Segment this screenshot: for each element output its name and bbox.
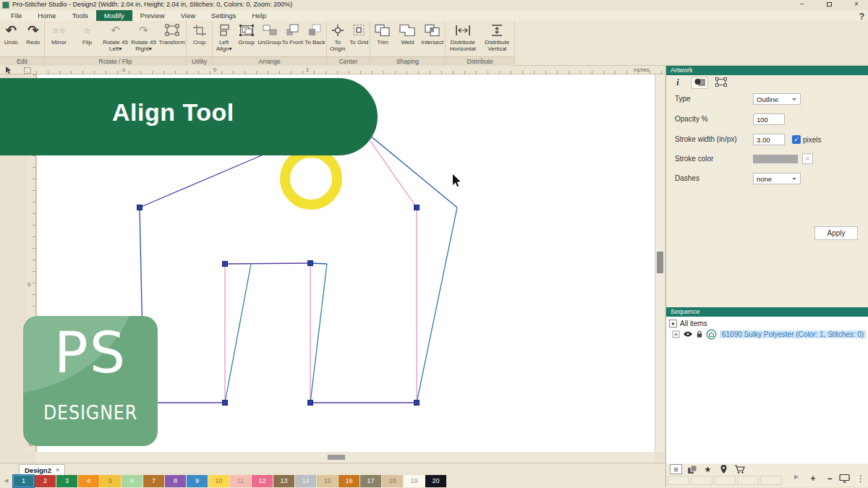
select-tool-icon[interactable] — [20, 66, 35, 74]
menu-item[interactable]: Preview — [132, 10, 173, 21]
palette-swatch[interactable]: 17 — [360, 475, 381, 487]
undo-button[interactable]: ↶Undo — [0, 21, 22, 56]
menu-item[interactable]: Settings — [203, 10, 244, 21]
sequence-item[interactable]: 61090 Sulky Polyester (Color: 1, Stitche… — [672, 329, 866, 339]
toolbar-group: ☆☆Mirror☆Flip↶Rotate 45 Left▾↷Rotate 45 … — [45, 21, 187, 66]
color-palette: 1234567891011121314151617181920 — [13, 475, 446, 487]
info-tab[interactable]: i — [669, 77, 686, 89]
left-align-button[interactable]: Left Align▾ — [213, 21, 235, 56]
menu-item[interactable]: Tools — [64, 10, 96, 21]
favorite-icon[interactable]: ★ — [702, 464, 714, 474]
location-icon[interactable] — [718, 464, 730, 474]
transform-tab[interactable] — [712, 77, 730, 89]
distribute-vertical-button[interactable]: Distribute Vertical — [480, 21, 515, 56]
opacity-input[interactable]: 100 — [753, 114, 785, 125]
scrollbar-thumb[interactable] — [657, 252, 663, 273]
redo-button[interactable]: ↷Redo — [22, 21, 45, 56]
zoom-out-icon[interactable]: − — [824, 474, 835, 484]
to-origin-button[interactable]: To Origin — [327, 21, 349, 56]
palette-swatch[interactable]: 4 — [78, 475, 99, 487]
palette-swatch[interactable]: 10 — [208, 475, 229, 487]
to-back-button[interactable]: To Back — [304, 21, 326, 56]
flip-button[interactable]: ☆Flip — [73, 21, 101, 56]
weld-button[interactable]: Weld — [395, 21, 420, 56]
more-icon[interactable]: ⋮ — [855, 474, 867, 484]
layers-icon[interactable] — [686, 464, 698, 474]
palette-swatch[interactable]: 1 — [13, 475, 34, 487]
palette-swatch[interactable]: 19 — [404, 475, 425, 487]
transform-button[interactable]: Transform — [158, 21, 186, 56]
palette-swatch[interactable]: 2 — [35, 475, 56, 487]
list-view-icon[interactable]: ≡ — [670, 464, 682, 474]
stroke-color-swatch[interactable] — [753, 155, 798, 163]
info-icon: i — [676, 77, 678, 88]
restore-button[interactable] — [822, 0, 835, 9]
tab-close-icon[interactable]: × — [56, 466, 59, 474]
palette-swatch[interactable]: 12 — [252, 475, 273, 487]
visible-icon[interactable] — [683, 330, 693, 338]
menu-item[interactable]: Help — [244, 10, 274, 21]
crop-button[interactable]: Crop — [187, 21, 212, 56]
scrollbar-thumb[interactable] — [328, 455, 345, 460]
all-items-icon: ★ — [669, 320, 677, 328]
menu-item[interactable]: Modify — [96, 10, 132, 21]
trim-button[interactable]: Trim — [370, 21, 395, 56]
rotate-45-right-button[interactable]: ↷Rotate 45 Right▾ — [129, 21, 158, 56]
shape-tab[interactable] — [691, 77, 708, 89]
cart-icon[interactable] — [733, 464, 746, 474]
palette-swatch[interactable]: 15 — [317, 475, 338, 487]
next-icon[interactable]: ▶ — [791, 474, 802, 480]
palette-swatch[interactable]: 3 — [56, 475, 77, 487]
apply-button[interactable]: Apply — [814, 226, 858, 240]
to-grid-button[interactable]: To Grid — [349, 21, 370, 56]
design-tab[interactable]: Design2 × — [19, 464, 65, 475]
group-button[interactable]: Group — [235, 21, 258, 56]
all-items-row[interactable]: ★ All items — [669, 319, 707, 328]
horizontal-scrollbar[interactable] — [36, 452, 655, 463]
menu-item[interactable]: Home — [30, 10, 64, 21]
dist-h-icon — [454, 22, 472, 39]
stroke-width-input[interactable]: 3.00 — [753, 134, 785, 145]
monitor-icon[interactable] — [838, 474, 850, 485]
minimize-button[interactable]: − — [796, 0, 809, 9]
restore-icon — [827, 2, 832, 7]
menu-item[interactable]: View — [173, 10, 203, 21]
palette-swatch[interactable]: 13 — [273, 475, 294, 487]
palette-swatch[interactable]: 6 — [122, 475, 142, 487]
expand-icon[interactable] — [672, 330, 680, 338]
ruler-tick-label: -1 — [120, 67, 125, 73]
lock-icon[interactable] — [696, 330, 703, 338]
palette-swatch[interactable]: 16 — [339, 475, 359, 487]
toolbar-group-label: Rotate / Flip — [45, 56, 186, 66]
distribute-horizontal-button[interactable]: Distribute Horizontal — [446, 21, 480, 56]
ruler-tick-label: 0 — [27, 281, 30, 288]
close-button[interactable]: × — [850, 0, 863, 9]
pixels-checkbox[interactable]: ✓ — [792, 135, 801, 144]
ungroup-button[interactable]: UnGroup — [258, 21, 281, 56]
dashes-dropdown[interactable]: none — [753, 173, 801, 184]
palette-swatch[interactable]: 8 — [165, 475, 186, 487]
palette-swatch[interactable]: 5 — [100, 475, 121, 487]
palette-swatch[interactable]: 18 — [382, 475, 403, 487]
type-dropdown[interactable]: Outline — [753, 93, 801, 105]
vertical-scrollbar[interactable] — [655, 74, 664, 452]
palette-swatch[interactable]: 11 — [230, 475, 251, 487]
palette-swatch[interactable]: 20 — [425, 475, 446, 487]
menu-item[interactable]: File — [3, 10, 30, 21]
zoom-in-icon[interactable]: + — [807, 474, 819, 484]
stroke-color-button[interactable]: = — [802, 153, 813, 164]
pointer-tool-icon[interactable] — [1, 66, 16, 74]
mirror-button[interactable]: ☆☆Mirror — [45, 21, 73, 56]
intersect-button[interactable]: Intersect — [420, 21, 445, 56]
origin-icon — [329, 22, 346, 39]
palette-swatch[interactable]: 14 — [295, 475, 316, 487]
help-icon[interactable]: ? — [859, 12, 864, 22]
palette-swatch[interactable]: 9 — [187, 475, 208, 487]
rotate-45-left-button[interactable]: ↶Rotate 45 Left▾ — [101, 21, 129, 56]
weld-icon — [398, 22, 417, 39]
toolbar-button-label: Distribute Horizontal — [446, 39, 480, 52]
palette-swatch[interactable]: 7 — [143, 475, 164, 487]
palette-scroll-left-icon[interactable]: ◀ — [4, 478, 8, 484]
stroke-width-label: Stroke width (in/px) — [675, 135, 737, 143]
to-front-button[interactable]: To Front — [281, 21, 304, 56]
